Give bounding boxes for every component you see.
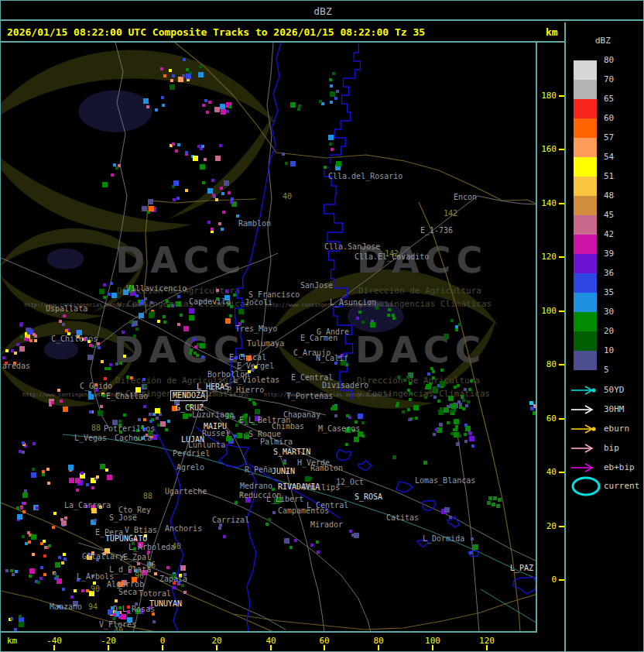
radar-echo-cell — [290, 161, 296, 166]
radar-echo-cell — [129, 321, 132, 324]
map-place-label: Lomas_Blancas — [415, 477, 475, 485]
map-place-label: Agrelo — [176, 464, 204, 472]
radar-echo-cell — [298, 105, 301, 108]
radar-echo-cell — [201, 355, 204, 359]
radar-echo-cell — [181, 584, 184, 587]
dbz-scale-value: 42 — [604, 230, 614, 239]
radar-echo-cell — [208, 101, 211, 104]
radar-echo-cell — [57, 578, 62, 584]
radar-echo-cell — [74, 589, 77, 592]
route-number-label: 40 — [114, 627, 123, 633]
axis-tick-mark — [486, 645, 488, 650]
radar-echo-cell — [183, 414, 188, 419]
radar-echo-cell — [157, 320, 160, 323]
map-place-label: E_Chical — [229, 354, 266, 362]
map-place-label: Luzuriaga — [192, 411, 234, 419]
map-place-label: Gltallary — [82, 553, 124, 561]
map-place-label: Chapanay — [283, 411, 320, 419]
radar-echo-cell — [324, 166, 327, 169]
radar-echo-cell — [98, 346, 101, 349]
radar-echo-cell — [111, 173, 114, 177]
radar-echo-cell — [319, 100, 322, 103]
radar-app-window: dBZ 2026/01/15 08:22:00 UTC Composite Tr… — [0, 0, 644, 652]
radar-echo-cell — [69, 478, 74, 483]
axis-tick-label: 80 — [536, 360, 557, 369]
radar-echo-cell — [230, 201, 233, 204]
radar-echo-cell — [447, 421, 450, 424]
radar-echo-cell — [149, 311, 155, 317]
radar-echo-cell — [42, 473, 45, 476]
radar-echo-cell — [444, 407, 449, 413]
route-number-label: 88 — [91, 424, 101, 432]
map-place-label: Capdevila — [189, 298, 231, 306]
lake-outline — [396, 482, 413, 492]
radar-echo-cell — [22, 510, 26, 513]
radar-echo-cell — [163, 321, 166, 324]
dbz-scale-value: 48 — [604, 191, 614, 201]
radar-echo-cell — [228, 191, 231, 194]
radar-echo-cell — [32, 553, 35, 556]
radar-echo-cell — [143, 405, 146, 408]
radar-echo-cell — [226, 110, 229, 113]
radar-echo-cell — [154, 572, 157, 575]
radar-echo-cell — [370, 322, 375, 328]
radar-echo-cell — [530, 407, 534, 410]
map-place-label: L_d_Plata — [109, 566, 151, 574]
radar-echo-cell — [43, 554, 46, 558]
radar-echo-cell — [110, 282, 113, 285]
radar-echo-cell — [192, 338, 195, 341]
radar-echo-cell — [533, 411, 536, 415]
axis-tick-mark — [559, 256, 564, 258]
radar-echo-cell — [149, 413, 152, 416]
axis-tick-label: 120 — [536, 252, 557, 262]
radar-echo-cell — [163, 74, 166, 77]
radar-echo-cell — [149, 206, 154, 211]
radar-echo-cell — [225, 318, 231, 324]
radar-echo-cell — [330, 84, 333, 88]
route-number-label: 90 — [91, 585, 100, 593]
radar-echo-cell — [5, 569, 9, 572]
map-place-label: E_Challao — [106, 393, 148, 400]
radar-echo-cell — [409, 398, 412, 401]
radar-echo-cell — [334, 414, 337, 417]
axis-tick-label: 20 — [536, 522, 557, 531]
axis-tick-mark — [216, 645, 218, 650]
radar-echo-cell — [126, 376, 129, 379]
radar-map-canvas[interactable]: DACCDirección de Agriculturay Contingenc… — [1, 43, 537, 633]
map-place-label: Ramblon — [310, 465, 343, 472]
radar-echo-cell — [449, 516, 452, 519]
radar-echo-cell — [139, 313, 144, 318]
radar-echo-cell — [396, 404, 399, 407]
radar-echo-cell — [457, 384, 460, 387]
radar-echo-cell — [361, 421, 365, 424]
radar-echo-cell — [329, 142, 332, 146]
radar-echo-cell — [118, 420, 122, 423]
map-place-label: Jocoli — [245, 299, 272, 307]
radar-echo-cell — [143, 418, 146, 421]
radar-echo-cell — [161, 96, 164, 99]
radar-echo-cell — [61, 520, 67, 526]
radar-echo-cell — [425, 386, 428, 389]
radar-echo-cell — [130, 376, 133, 379]
map-place-label: Catitas — [386, 514, 419, 522]
map-place-label: L_Dormida — [423, 535, 464, 543]
dbz-color-swatch — [574, 293, 597, 312]
radar-echo-cell — [123, 414, 126, 417]
axis-tick-label: 0 — [147, 637, 178, 646]
radar-echo-cell — [427, 372, 430, 376]
map-place-label: La_Carrera — [64, 502, 111, 510]
radar-echo-cell — [211, 179, 214, 182]
radar-echo-cell — [173, 180, 179, 186]
radar-echo-cell — [202, 104, 205, 107]
radar-echo-cell — [438, 410, 444, 415]
map-place-label: Ramblon — [238, 220, 271, 228]
radar-echo-cell — [132, 321, 138, 326]
radar-echo-cell — [115, 599, 118, 602]
radar-echo-cell — [31, 472, 36, 478]
map-place-label: TUPUNGATO — [105, 535, 147, 543]
axis-tick-mark — [270, 645, 272, 650]
radar-echo-cell — [317, 551, 320, 554]
radar-echo-cell — [233, 293, 236, 297]
radar-echo-cell — [450, 410, 453, 413]
radar-echo-cell — [43, 573, 46, 576]
